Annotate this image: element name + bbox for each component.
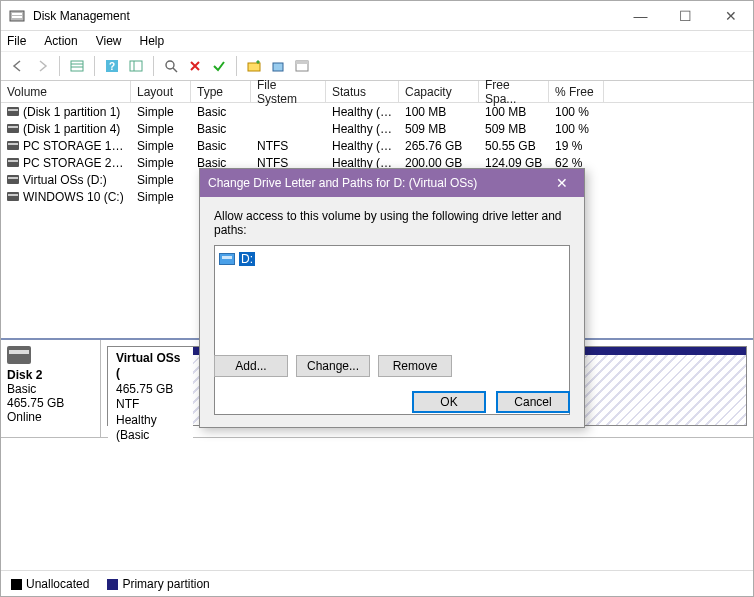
svg-text:?: ? bbox=[109, 61, 115, 72]
delete-icon[interactable] bbox=[184, 55, 206, 77]
volume-icon bbox=[7, 192, 19, 201]
settings-icon[interactable] bbox=[291, 55, 313, 77]
toolbar-separator bbox=[236, 56, 237, 76]
menu-file[interactable]: File bbox=[7, 34, 26, 48]
volume-icon bbox=[7, 107, 19, 116]
toolbar-separator bbox=[153, 56, 154, 76]
col-capacity[interactable]: Capacity bbox=[399, 81, 479, 102]
volume-icon bbox=[7, 124, 19, 133]
properties-icon[interactable] bbox=[267, 55, 289, 77]
partition-virtual-oss[interactable]: Virtual OSs ( 465.75 GB NTF Healthy (Bas… bbox=[108, 347, 193, 425]
maximize-button[interactable]: ☐ bbox=[663, 1, 708, 30]
swatch-black-icon bbox=[11, 579, 22, 590]
col-blank bbox=[604, 81, 753, 102]
col-layout[interactable]: Layout bbox=[131, 81, 191, 102]
volume-name: WINDOWS 10 (C:) bbox=[23, 190, 124, 204]
back-button[interactable] bbox=[7, 55, 29, 77]
svg-rect-8 bbox=[130, 61, 142, 71]
remove-button[interactable]: Remove bbox=[378, 355, 452, 377]
toolbar-separator bbox=[94, 56, 95, 76]
cell-layout: Simple bbox=[131, 105, 191, 119]
col-freespace[interactable]: Free Spa... bbox=[479, 81, 549, 102]
menu-action[interactable]: Action bbox=[44, 34, 77, 48]
window-controls: — ☐ ✕ bbox=[618, 1, 753, 30]
bottom-fill bbox=[1, 438, 753, 571]
menu-help[interactable]: Help bbox=[140, 34, 165, 48]
volume-icon bbox=[7, 141, 19, 150]
svg-line-11 bbox=[173, 68, 177, 72]
titlebar: Disk Management — ☐ ✕ bbox=[1, 1, 753, 31]
table-row[interactable]: (Disk 1 partition 1) Simple Basic Health… bbox=[1, 103, 753, 120]
volume-header: Volume Layout Type File System Status Ca… bbox=[1, 81, 753, 103]
ok-button[interactable]: OK bbox=[412, 391, 486, 413]
dialog-close-button[interactable]: ✕ bbox=[548, 169, 576, 197]
cell-free: 100 MB bbox=[479, 105, 549, 119]
svg-rect-2 bbox=[12, 16, 22, 18]
disk-size: 465.75 GB bbox=[7, 396, 94, 410]
change-button[interactable]: Change... bbox=[296, 355, 370, 377]
cell-status: Healthy (E... bbox=[326, 105, 399, 119]
close-button[interactable]: ✕ bbox=[708, 1, 753, 30]
volume-name: PC STORAGE 1 (F:) bbox=[23, 139, 131, 153]
volume-icon bbox=[7, 175, 19, 184]
col-volume[interactable]: Volume bbox=[1, 81, 131, 102]
legend: Unallocated Primary partition bbox=[1, 570, 753, 596]
disk-info-panel[interactable]: Disk 2 Basic 465.75 GB Online bbox=[1, 340, 101, 437]
toolbar-separator bbox=[59, 56, 60, 76]
dialog-message: Allow access to this volume by using the… bbox=[214, 209, 570, 237]
legend-primary: Primary partition bbox=[107, 577, 209, 591]
volume-name: (Disk 1 partition 1) bbox=[23, 105, 120, 119]
partition-size: 465.75 GB NTF bbox=[116, 382, 185, 413]
table-row[interactable]: (Disk 1 partition 4) Simple Basic Health… bbox=[1, 120, 753, 137]
check-icon[interactable] bbox=[208, 55, 230, 77]
add-button[interactable]: Add... bbox=[214, 355, 288, 377]
menubar: File Action View Help bbox=[1, 31, 753, 51]
col-status[interactable]: Status bbox=[326, 81, 399, 102]
dialog-action-row: Add... Change... Remove bbox=[214, 355, 452, 377]
svg-rect-3 bbox=[71, 61, 83, 71]
partition-title: Virtual OSs ( bbox=[116, 351, 185, 382]
svg-rect-13 bbox=[273, 63, 283, 71]
toolbar: ? bbox=[1, 51, 753, 81]
svg-rect-1 bbox=[12, 13, 22, 15]
minimize-button[interactable]: — bbox=[618, 1, 663, 30]
dialog-title: Change Drive Letter and Paths for D: (Vi… bbox=[208, 176, 548, 190]
drive-paths-listbox[interactable]: D: bbox=[214, 245, 570, 415]
volume-name: PC STORAGE 2 (E:) bbox=[23, 156, 131, 170]
dialog-ok-row: OK Cancel bbox=[412, 391, 570, 413]
col-pctfree[interactable]: % Free bbox=[549, 81, 604, 102]
table-row[interactable]: PC STORAGE 1 (F:) Simple Basic NTFS Heal… bbox=[1, 137, 753, 154]
disk-label: Disk 2 bbox=[7, 368, 94, 382]
cell-pct: 100 % bbox=[549, 105, 604, 119]
list-item[interactable]: D: bbox=[219, 250, 565, 268]
disk-type: Basic bbox=[7, 382, 94, 396]
volume-icon bbox=[7, 158, 19, 167]
window-title: Disk Management bbox=[33, 9, 618, 23]
col-type[interactable]: Type bbox=[191, 81, 251, 102]
cancel-button[interactable]: Cancel bbox=[496, 391, 570, 413]
help-icon[interactable]: ? bbox=[101, 55, 123, 77]
forward-button[interactable] bbox=[31, 55, 53, 77]
volume-name: (Disk 1 partition 4) bbox=[23, 122, 120, 136]
col-filesystem[interactable]: File System bbox=[251, 81, 326, 102]
svg-point-10 bbox=[166, 61, 174, 69]
legend-unallocated: Unallocated bbox=[11, 577, 89, 591]
cell-capacity: 100 MB bbox=[399, 105, 479, 119]
svg-rect-12 bbox=[248, 63, 260, 71]
disk-icon bbox=[7, 346, 31, 364]
swatch-blue-icon bbox=[107, 579, 118, 590]
partition-status: Healthy (Basic bbox=[116, 413, 185, 444]
menu-view[interactable]: View bbox=[96, 34, 122, 48]
app-icon bbox=[9, 8, 25, 24]
disk-status: Online bbox=[7, 410, 94, 424]
view-list-icon[interactable] bbox=[66, 55, 88, 77]
drive-icon bbox=[219, 253, 235, 265]
refresh-icon[interactable] bbox=[125, 55, 147, 77]
drive-letter-label: D: bbox=[239, 252, 255, 266]
dialog-titlebar[interactable]: Change Drive Letter and Paths for D: (Vi… bbox=[200, 169, 584, 197]
new-partition-icon[interactable] bbox=[243, 55, 265, 77]
partition-body: Virtual OSs ( 465.75 GB NTF Healthy (Bas… bbox=[108, 347, 193, 449]
volume-name: Virtual OSs (D:) bbox=[23, 173, 107, 187]
finder-icon[interactable] bbox=[160, 55, 182, 77]
cell-type: Basic bbox=[191, 105, 251, 119]
